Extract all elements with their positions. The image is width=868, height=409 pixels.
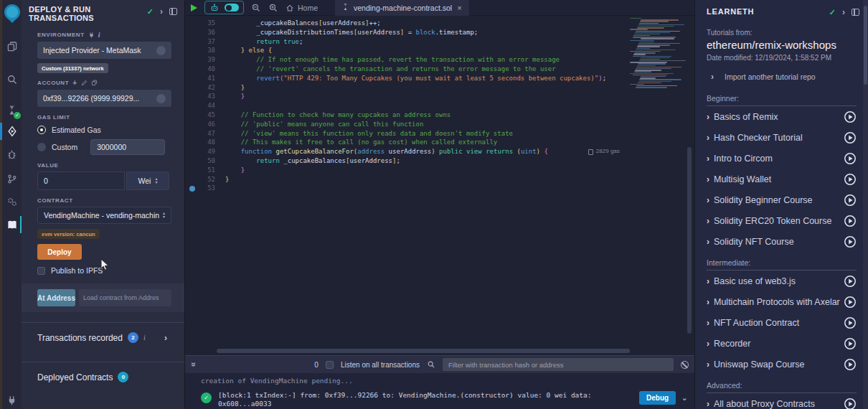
at-address-button[interactable]: At Address bbox=[37, 289, 75, 306]
value-unit-select[interactable]: Wei ▴▾ bbox=[126, 171, 169, 190]
info-icon[interactable]: i bbox=[143, 334, 146, 342]
tutorial-item[interactable]: ›Uniswap Swap Course bbox=[707, 354, 857, 375]
play-tutorial-button[interactable] bbox=[844, 194, 857, 207]
line-number[interactable]: 52 bbox=[185, 175, 217, 184]
line-number[interactable]: 44 bbox=[185, 101, 217, 111]
breakpoint-dot[interactable] bbox=[189, 186, 195, 192]
learneth-pin-icon[interactable] bbox=[852, 9, 859, 16]
play-tutorial-button[interactable] bbox=[844, 131, 857, 144]
zoom-out-icon[interactable] bbox=[251, 3, 261, 13]
learneth-scrollbar[interactable] bbox=[863, 0, 868, 409]
value-input[interactable] bbox=[37, 171, 125, 190]
line-number[interactable]: 35 bbox=[185, 19, 217, 28]
play-tutorial-button[interactable] bbox=[844, 235, 857, 248]
chevron-right-icon[interactable]: › bbox=[707, 133, 709, 143]
expand-tx-icon[interactable]: › bbox=[680, 397, 689, 402]
line-number[interactable]: 38 bbox=[185, 46, 217, 55]
tutorial-item[interactable]: ›Recorder bbox=[707, 333, 857, 354]
horizontal-scrollbar[interactable] bbox=[217, 349, 630, 353]
publish-ipfs-checkbox[interactable] bbox=[37, 267, 45, 275]
play-tutorial-button[interactable] bbox=[844, 398, 857, 409]
play-tutorial-button[interactable] bbox=[844, 296, 857, 309]
tutorial-item[interactable]: ›Intro to Circom bbox=[707, 148, 857, 169]
play-tutorial-button[interactable] bbox=[844, 275, 857, 288]
editor-tab-active[interactable]: vending-machine-contract.sol × bbox=[335, 0, 469, 16]
vertical-scrollbar[interactable] bbox=[687, 147, 692, 334]
run-script-icon[interactable] bbox=[191, 4, 197, 11]
chevron-right-icon[interactable]: › bbox=[707, 318, 709, 328]
line-number[interactable]: 40 bbox=[185, 65, 217, 74]
tutorial-item[interactable]: ›NFT Auction Contract bbox=[707, 312, 857, 333]
code-editor[interactable]: 35 _cupcakeBalances[userAddress]++;36 _c… bbox=[185, 17, 694, 355]
transaction-entry[interactable]: ✓ [block:1 txIndex:-] from: 0xf39...9226… bbox=[201, 391, 694, 409]
line-number[interactable]: 48 bbox=[185, 138, 217, 147]
tutorial-item[interactable]: ›Solidity ERC20 Token Course bbox=[707, 210, 857, 231]
chevron-right-icon[interactable]: › bbox=[707, 276, 709, 286]
solidity-compiler-icon[interactable]: ✓ bbox=[2, 100, 22, 119]
custom-gas-input[interactable] bbox=[90, 139, 165, 155]
collapse-terminal-icon[interactable]: « bbox=[188, 362, 198, 367]
line-number[interactable]: 39 bbox=[185, 55, 217, 65]
chevron-right-icon[interactable]: › bbox=[707, 399, 709, 409]
play-tutorial-button[interactable] bbox=[844, 152, 857, 165]
expand-transactions-icon[interactable]: › bbox=[164, 333, 171, 343]
ai-copilot-icon[interactable] bbox=[209, 3, 220, 12]
learneth-icon[interactable] bbox=[2, 215, 22, 234]
chevron-right-icon[interactable]: › bbox=[707, 237, 709, 247]
play-tutorial-button[interactable] bbox=[844, 215, 857, 227]
line-number[interactable]: 51 bbox=[185, 166, 217, 175]
terminal-filter-input[interactable] bbox=[443, 358, 674, 371]
debugger-icon[interactable] bbox=[2, 145, 22, 164]
line-number[interactable]: 42 bbox=[185, 83, 217, 93]
chevron-right-icon[interactable]: › bbox=[707, 112, 709, 122]
minimap[interactable] bbox=[630, 18, 686, 88]
play-tutorial-button[interactable] bbox=[844, 111, 857, 123]
line-number[interactable]: 53 bbox=[185, 184, 217, 193]
play-tutorial-button[interactable] bbox=[844, 358, 857, 371]
contract-select[interactable]: VendingMachine - vending-machin ▴▾ bbox=[37, 207, 171, 224]
deploy-button[interactable]: Deploy bbox=[37, 244, 82, 260]
environment-select[interactable]: Injected Provider - MetaMask bbox=[37, 42, 171, 59]
pin-panel-icon[interactable] bbox=[169, 8, 177, 15]
deployed-contracts-row[interactable]: Deployed Contracts 0 bbox=[37, 362, 171, 391]
line-number[interactable]: 41 bbox=[185, 74, 217, 83]
source-control-icon[interactable] bbox=[2, 169, 22, 188]
transactions-recorded-row[interactable]: Transactions recorded 2 i › bbox=[37, 323, 171, 352]
tutorial-item[interactable]: ›Basic use of web3.js bbox=[707, 271, 857, 291]
add-account-icon[interactable]: + bbox=[72, 79, 77, 87]
play-tutorial-button[interactable] bbox=[844, 173, 857, 186]
play-tutorial-button[interactable] bbox=[844, 337, 857, 350]
deploy-run-icon[interactable] bbox=[2, 122, 22, 141]
tutorial-item[interactable]: ›Multisig Wallet bbox=[707, 169, 857, 189]
copy-account-icon[interactable] bbox=[91, 80, 98, 86]
line-number[interactable]: 47 bbox=[185, 129, 217, 138]
line-number[interactable]: 46 bbox=[185, 120, 217, 129]
chevron-right-icon[interactable]: › bbox=[707, 359, 709, 370]
unit-stepper-icon[interactable]: ▴▾ bbox=[155, 177, 157, 184]
zoom-in-icon[interactable] bbox=[268, 3, 278, 13]
import-repo-row[interactable]: › Import another tutorial repo bbox=[695, 62, 868, 83]
chevron-right-icon[interactable]: › bbox=[707, 195, 709, 205]
line-number[interactable]: 49 bbox=[185, 147, 217, 156]
line-number[interactable]: 45 bbox=[185, 111, 217, 120]
search-icon[interactable] bbox=[2, 70, 22, 89]
clear-console-icon[interactable] bbox=[681, 361, 689, 369]
remix-logo[interactable] bbox=[2, 3, 22, 22]
home-tab[interactable]: Home bbox=[286, 4, 318, 12]
line-number[interactable]: 36 bbox=[185, 28, 217, 37]
copilot-toggle[interactable] bbox=[225, 4, 239, 11]
tutorial-item[interactable]: ›Basics of Remix bbox=[707, 106, 857, 127]
learneth-expand-icon[interactable]: › bbox=[842, 7, 845, 17]
plugin-manager-icon[interactable] bbox=[2, 192, 22, 211]
chevron-right-icon[interactable]: › bbox=[707, 297, 709, 307]
play-tutorial-button[interactable] bbox=[844, 316, 857, 329]
tutorial-item[interactable]: ›All about Proxy Contracts bbox=[707, 393, 857, 409]
edit-account-icon[interactable] bbox=[81, 80, 88, 86]
panel-expand-icon[interactable]: › bbox=[160, 6, 163, 17]
plug-icon[interactable] bbox=[2, 390, 22, 409]
tutorial-item[interactable]: ›Solidity Beginner Course bbox=[707, 189, 857, 210]
at-address-input[interactable] bbox=[79, 289, 171, 306]
account-select[interactable]: 0xf39...92266 (9999.99929... bbox=[37, 90, 171, 107]
line-number[interactable]: 43 bbox=[185, 92, 217, 101]
estimated-gas-radio[interactable] bbox=[37, 126, 46, 134]
